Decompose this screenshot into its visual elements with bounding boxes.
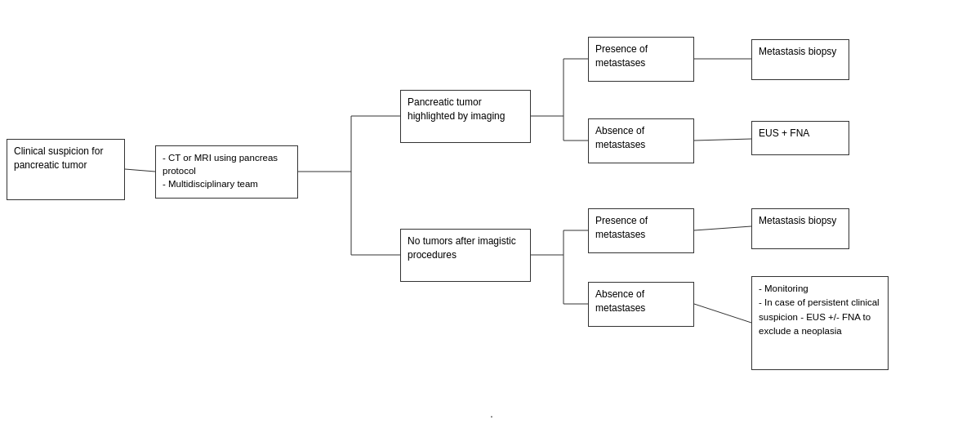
metastasis-biopsy-top-label: Metastasis biopsy — [759, 46, 836, 57]
metastasis-biopsy-bot-label: Metastasis biopsy — [759, 215, 836, 226]
svg-line-0 — [125, 169, 155, 172]
no-tumors-box: No tumors after imagistic procedures — [400, 229, 531, 282]
metastasis-biopsy-bot-box: Metastasis biopsy — [751, 208, 849, 249]
flowchart-diagram: Clinical suspicion for pancreatic tumor … — [0, 0, 980, 424]
metastasis-biopsy-top-box: Metastasis biopsy — [751, 39, 849, 80]
svg-line-16 — [694, 304, 751, 323]
monitoring-box: - Monitoring- In case of persistent clin… — [751, 276, 889, 370]
absence-meta-top-box: Absence of metastases — [588, 118, 694, 163]
monitoring-label: - Monitoring- In case of persistent clin… — [759, 283, 880, 336]
svg-line-14 — [694, 139, 751, 141]
ct-mri-label: - CT or MRI using pancreas protocol- Mul… — [163, 153, 278, 189]
absence-meta-top-label: Absence of metastases — [595, 125, 645, 150]
eus-fna-box: EUS + FNA — [751, 121, 849, 155]
ct-mri-box: - CT or MRI using pancreas protocol- Mul… — [155, 145, 298, 199]
pancreatic-tumor-box: Pancreatic tumor highlighted by imaging — [400, 90, 531, 143]
clinical-suspicion-box: Clinical suspicion for pancreatic tumor — [7, 139, 125, 200]
presence-meta-bot-box: Presence of metastases — [588, 208, 694, 253]
pancreatic-tumor-label: Pancreatic tumor highlighted by imaging — [408, 96, 505, 122]
clinical-suspicion-label: Clinical suspicion for pancreatic tumor — [14, 145, 103, 171]
no-tumors-label: No tumors after imagistic procedures — [408, 235, 516, 261]
presence-meta-top-label: Presence of metastases — [595, 43, 648, 69]
absence-meta-bot-box: Absence of metastases — [588, 282, 694, 327]
svg-line-15 — [694, 226, 751, 230]
absence-meta-bot-label: Absence of metastases — [595, 288, 645, 314]
presence-meta-top-box: Presence of metastases — [588, 37, 694, 82]
eus-fna-label: EUS + FNA — [759, 127, 809, 139]
period-mark: . — [490, 407, 493, 420]
presence-meta-bot-label: Presence of metastases — [595, 215, 648, 240]
